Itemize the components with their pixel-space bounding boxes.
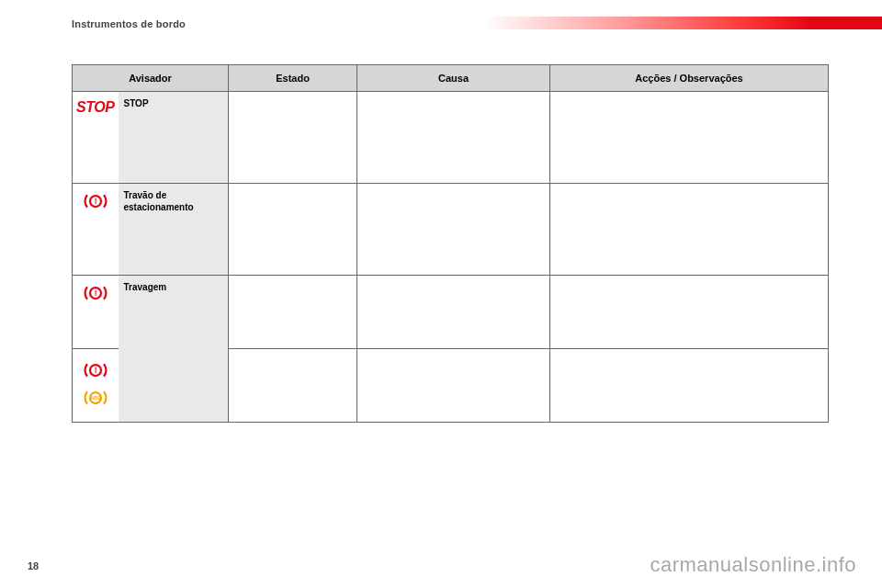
warning-lamps-table: Avisador Estado Causa Acções / Observaçõ… (72, 64, 829, 423)
warning-icon-cell: ! (73, 276, 119, 349)
causa-cell (357, 349, 550, 423)
brake-warning-icon: ! (82, 191, 109, 211)
svg-text:!: ! (94, 198, 96, 206)
estado-cell (229, 184, 357, 276)
accoes-cell (550, 276, 829, 349)
table-row: ! Travão de estacionamento (73, 184, 829, 276)
col-header-avisador: Avisador (73, 65, 229, 92)
warning-icon-cell: ! ABS (73, 349, 119, 423)
estado-cell (229, 349, 357, 423)
causa-cell (357, 184, 550, 276)
estado-cell (229, 92, 357, 184)
warning-name-cell: Travão de estacionamento (119, 184, 229, 276)
accoes-cell (550, 349, 829, 423)
section-title: Instrumentos de bordo (72, 18, 186, 29)
accoes-cell (550, 184, 829, 276)
col-header-causa: Causa (357, 65, 550, 92)
abs-warning-icon: ABS (82, 388, 109, 408)
page-number: 18 (28, 560, 39, 571)
warning-name-cell: STOP (119, 92, 229, 184)
estado-cell (229, 276, 357, 349)
accoes-cell (550, 92, 829, 184)
header-accent-bar (413, 17, 882, 29)
causa-cell (357, 92, 550, 184)
warning-icon-cell: STOP (73, 92, 119, 184)
svg-text:!: ! (94, 289, 96, 298)
table-row: ! Travagem (73, 276, 829, 349)
col-header-estado: Estado (229, 65, 357, 92)
table-row: STOP STOP (73, 92, 829, 184)
stop-icon: STOP (76, 99, 114, 116)
warning-icon-cell: ! (73, 184, 119, 276)
svg-text:ABS: ABS (91, 396, 101, 401)
svg-text:!: ! (94, 367, 96, 375)
table-header-row: Avisador Estado Causa Acções / Observaçõ… (73, 65, 829, 92)
brake-warning-icon: ! (82, 283, 109, 303)
warning-name-cell: Travagem (119, 276, 229, 423)
brake-warning-icon: ! (82, 360, 109, 380)
watermark-text: carmanualsonline.info (650, 553, 856, 577)
col-header-accoes: Acções / Observações (550, 65, 829, 92)
causa-cell (357, 276, 550, 349)
